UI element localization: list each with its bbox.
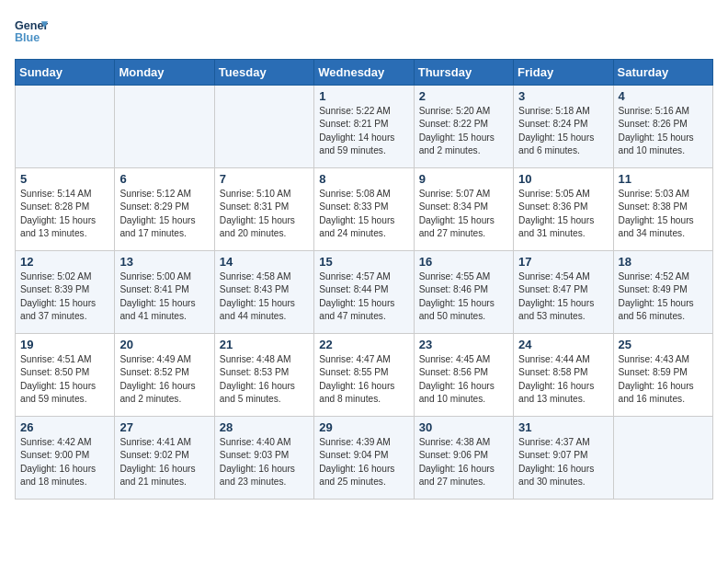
- day-number: 25: [619, 338, 708, 351]
- logo-icon: General Blue: [15, 15, 48, 48]
- weekday-header-thursday: Thursday: [414, 60, 513, 86]
- calendar-week-row: 19Sunrise: 4:51 AM Sunset: 8:50 PM Dayli…: [16, 334, 713, 417]
- cell-details: Sunrise: 4:45 AM Sunset: 8:56 PM Dayligh…: [419, 353, 508, 406]
- day-number: 12: [20, 255, 109, 269]
- cell-details: Sunrise: 4:43 AM Sunset: 8:59 PM Dayligh…: [619, 353, 708, 406]
- calendar-week-row: 26Sunrise: 4:42 AM Sunset: 9:00 PM Dayli…: [16, 417, 713, 500]
- calendar-cell: 31Sunrise: 4:37 AM Sunset: 9:07 PM Dayli…: [514, 417, 613, 500]
- weekday-header-monday: Monday: [115, 60, 214, 86]
- cell-details: Sunrise: 4:57 AM Sunset: 8:44 PM Dayligh…: [319, 270, 408, 323]
- calendar-week-row: 5Sunrise: 5:14 AM Sunset: 8:28 PM Daylig…: [16, 168, 713, 251]
- cell-details: Sunrise: 4:49 AM Sunset: 8:52 PM Dayligh…: [119, 353, 209, 406]
- calendar-cell: 4Sunrise: 5:16 AM Sunset: 8:26 PM Daylig…: [613, 86, 712, 168]
- calendar-cell: 19Sunrise: 4:51 AM Sunset: 8:50 PM Dayli…: [16, 334, 115, 417]
- calendar-cell: 5Sunrise: 5:14 AM Sunset: 8:28 PM Daylig…: [16, 168, 115, 251]
- day-number: 21: [220, 338, 309, 351]
- day-number: 31: [518, 420, 608, 434]
- day-number: 18: [619, 255, 708, 269]
- calendar-cell: [613, 417, 712, 500]
- day-number: 24: [518, 338, 608, 351]
- cell-details: Sunrise: 5:08 AM Sunset: 8:33 PM Dayligh…: [319, 188, 408, 240]
- calendar-cell: 17Sunrise: 4:54 AM Sunset: 8:47 PM Dayli…: [514, 251, 613, 334]
- calendar-cell: 22Sunrise: 4:47 AM Sunset: 8:55 PM Dayli…: [314, 334, 414, 417]
- calendar-week-row: 12Sunrise: 5:02 AM Sunset: 8:39 PM Dayli…: [16, 251, 713, 334]
- calendar-cell: 13Sunrise: 5:00 AM Sunset: 8:41 PM Dayli…: [115, 251, 214, 334]
- day-number: 6: [119, 172, 209, 186]
- day-number: 17: [518, 255, 608, 269]
- cell-details: Sunrise: 4:48 AM Sunset: 8:53 PM Dayligh…: [220, 353, 309, 406]
- cell-details: Sunrise: 4:51 AM Sunset: 8:50 PM Dayligh…: [20, 353, 109, 406]
- cell-details: Sunrise: 5:03 AM Sunset: 8:38 PM Dayligh…: [619, 188, 708, 240]
- cell-details: Sunrise: 5:14 AM Sunset: 8:28 PM Dayligh…: [20, 188, 109, 240]
- day-number: 19: [20, 338, 109, 351]
- day-number: 15: [319, 255, 408, 269]
- calendar-cell: 30Sunrise: 4:38 AM Sunset: 9:06 PM Dayli…: [414, 417, 513, 500]
- day-number: 5: [20, 172, 109, 186]
- cell-details: Sunrise: 5:05 AM Sunset: 8:36 PM Dayligh…: [518, 188, 608, 240]
- cell-details: Sunrise: 4:41 AM Sunset: 9:02 PM Dayligh…: [119, 436, 209, 488]
- cell-details: Sunrise: 5:18 AM Sunset: 8:24 PM Dayligh…: [518, 105, 608, 157]
- calendar-cell: 8Sunrise: 5:08 AM Sunset: 8:33 PM Daylig…: [314, 168, 414, 251]
- day-number: 2: [419, 89, 508, 103]
- cell-details: Sunrise: 5:02 AM Sunset: 8:39 PM Dayligh…: [20, 270, 109, 323]
- calendar-cell: 25Sunrise: 4:43 AM Sunset: 8:59 PM Dayli…: [613, 334, 712, 417]
- calendar-cell: 29Sunrise: 4:39 AM Sunset: 9:04 PM Dayli…: [314, 417, 414, 500]
- calendar-cell: 2Sunrise: 5:20 AM Sunset: 8:22 PM Daylig…: [414, 86, 513, 168]
- cell-details: Sunrise: 5:12 AM Sunset: 8:29 PM Dayligh…: [119, 188, 209, 240]
- calendar-cell: 20Sunrise: 4:49 AM Sunset: 8:52 PM Dayli…: [115, 334, 214, 417]
- cell-details: Sunrise: 4:58 AM Sunset: 8:43 PM Dayligh…: [220, 270, 309, 323]
- day-number: 4: [619, 89, 708, 103]
- day-number: 29: [319, 420, 408, 434]
- calendar-cell: 27Sunrise: 4:41 AM Sunset: 9:02 PM Dayli…: [115, 417, 214, 500]
- calendar-cell: 9Sunrise: 5:07 AM Sunset: 8:34 PM Daylig…: [414, 168, 513, 251]
- day-number: 3: [518, 89, 608, 103]
- cell-details: Sunrise: 5:00 AM Sunset: 8:41 PM Dayligh…: [119, 270, 209, 323]
- weekday-header-row: SundayMondayTuesdayWednesdayThursdayFrid…: [16, 60, 713, 86]
- calendar-cell: [115, 86, 214, 168]
- cell-details: Sunrise: 5:16 AM Sunset: 8:26 PM Dayligh…: [619, 105, 708, 157]
- calendar-cell: 6Sunrise: 5:12 AM Sunset: 8:29 PM Daylig…: [115, 168, 214, 251]
- calendar-cell: 21Sunrise: 4:48 AM Sunset: 8:53 PM Dayli…: [214, 334, 313, 417]
- day-number: 22: [319, 338, 408, 351]
- calendar-cell: 23Sunrise: 4:45 AM Sunset: 8:56 PM Dayli…: [414, 334, 513, 417]
- calendar-cell: 15Sunrise: 4:57 AM Sunset: 8:44 PM Dayli…: [314, 251, 414, 334]
- day-number: 16: [419, 255, 508, 269]
- cell-details: Sunrise: 4:54 AM Sunset: 8:47 PM Dayligh…: [518, 270, 608, 323]
- cell-details: Sunrise: 4:37 AM Sunset: 9:07 PM Dayligh…: [518, 436, 608, 488]
- day-number: 28: [220, 420, 309, 434]
- cell-details: Sunrise: 5:22 AM Sunset: 8:21 PM Dayligh…: [319, 105, 408, 157]
- weekday-header-sunday: Sunday: [16, 60, 115, 86]
- day-number: 7: [220, 172, 309, 186]
- logo: General Blue: [15, 15, 48, 48]
- cell-details: Sunrise: 5:07 AM Sunset: 8:34 PM Dayligh…: [419, 188, 508, 240]
- svg-text:Blue: Blue: [15, 31, 40, 44]
- header: General Blue: [15, 15, 713, 48]
- weekday-header-saturday: Saturday: [613, 60, 712, 86]
- calendar-week-row: 1Sunrise: 5:22 AM Sunset: 8:21 PM Daylig…: [16, 86, 713, 168]
- calendar-table: SundayMondayTuesdayWednesdayThursdayFrid…: [15, 59, 713, 500]
- weekday-header-wednesday: Wednesday: [314, 60, 414, 86]
- cell-details: Sunrise: 4:47 AM Sunset: 8:55 PM Dayligh…: [319, 353, 408, 406]
- cell-details: Sunrise: 4:39 AM Sunset: 9:04 PM Dayligh…: [319, 436, 408, 488]
- calendar-cell: 24Sunrise: 4:44 AM Sunset: 8:58 PM Dayli…: [514, 334, 613, 417]
- calendar-cell: 26Sunrise: 4:42 AM Sunset: 9:00 PM Dayli…: [16, 417, 115, 500]
- weekday-header-friday: Friday: [514, 60, 613, 86]
- calendar-cell: 18Sunrise: 4:52 AM Sunset: 8:49 PM Dayli…: [613, 251, 712, 334]
- calendar-cell: 14Sunrise: 4:58 AM Sunset: 8:43 PM Dayli…: [214, 251, 313, 334]
- day-number: 20: [119, 338, 209, 351]
- calendar-cell: [214, 86, 313, 168]
- day-number: 30: [419, 420, 508, 434]
- day-number: 8: [319, 172, 408, 186]
- day-number: 23: [419, 338, 508, 351]
- calendar-cell: 12Sunrise: 5:02 AM Sunset: 8:39 PM Dayli…: [16, 251, 115, 334]
- calendar-cell: [16, 86, 115, 168]
- calendar-cell: 1Sunrise: 5:22 AM Sunset: 8:21 PM Daylig…: [314, 86, 414, 168]
- calendar-cell: 16Sunrise: 4:55 AM Sunset: 8:46 PM Dayli…: [414, 251, 513, 334]
- calendar-cell: 28Sunrise: 4:40 AM Sunset: 9:03 PM Dayli…: [214, 417, 313, 500]
- weekday-header-tuesday: Tuesday: [214, 60, 313, 86]
- cell-details: Sunrise: 4:44 AM Sunset: 8:58 PM Dayligh…: [518, 353, 608, 406]
- calendar-cell: 11Sunrise: 5:03 AM Sunset: 8:38 PM Dayli…: [613, 168, 712, 251]
- calendar-cell: 3Sunrise: 5:18 AM Sunset: 8:24 PM Daylig…: [514, 86, 613, 168]
- calendar-cell: 7Sunrise: 5:10 AM Sunset: 8:31 PM Daylig…: [214, 168, 313, 251]
- day-number: 9: [419, 172, 508, 186]
